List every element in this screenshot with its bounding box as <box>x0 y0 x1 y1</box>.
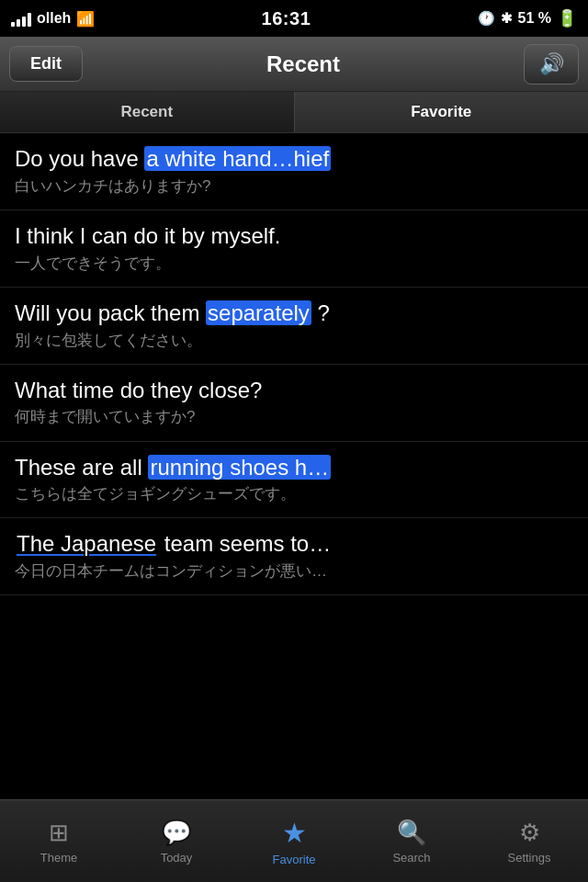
tab-search-label: Search <box>392 851 430 865</box>
list-item[interactable]: The Japanese team seems to… 今日の日本チームはコンデ… <box>0 518 588 595</box>
tab-theme[interactable]: ⊞ Theme <box>0 809 118 874</box>
phrase-english: What time do they close? <box>15 378 573 404</box>
nav-title: Recent <box>266 51 340 77</box>
chat-icon: 💬 <box>162 819 191 847</box>
phrase-japanese: 何時まで開いていますか? <box>15 407 573 427</box>
segment-favorite[interactable]: Favorite <box>295 92 589 132</box>
phrase-list: Do you have a white hand…hief 白いハンカチはありま… <box>0 133 588 798</box>
phrase-english: These are all running shoes h… <box>15 455 573 481</box>
status-time: 16:31 <box>262 8 311 29</box>
clock-icon: 🕐 <box>478 10 495 27</box>
phrase-japanese: 白いハンカチはありますか? <box>15 176 573 197</box>
nav-bar: Edit Recent 🔊 <box>0 37 588 92</box>
edit-button[interactable]: Edit <box>9 46 83 82</box>
status-left: olleh 📶 <box>11 10 95 28</box>
tab-today[interactable]: 💬 Today <box>118 809 235 874</box>
search-icon: 🔍 <box>397 819 426 847</box>
battery-icon: 🔋 <box>557 8 577 28</box>
list-item[interactable]: Do you have a white hand…hief 白いハンカチはありま… <box>0 133 588 210</box>
tab-search[interactable]: 🔍 Search <box>353 809 470 874</box>
list-item[interactable]: I think I can do it by myself. 一人でできそうです… <box>0 210 588 288</box>
list-item[interactable]: These are all running shoes h… こちらは全てジョギ… <box>0 442 588 519</box>
tab-theme-label: Theme <box>40 851 77 865</box>
bluetooth-icon: ✱ <box>501 10 513 27</box>
phrase-text-after: ? <box>311 300 330 325</box>
battery-percent: 51 % <box>518 10 551 27</box>
grid-icon: ⊞ <box>49 819 69 847</box>
phrase-japanese: こちらは全てジョギングシューズです。 <box>15 484 573 504</box>
phrase-japanese: 今日の日本チームはコンディションが悪い… <box>15 561 573 582</box>
sound-button[interactable]: 🔊 <box>524 44 579 85</box>
tab-settings-label: Settings <box>508 851 551 865</box>
phrase-english: The Japanese team seems to… <box>15 531 573 558</box>
phrase-text-before: Will you pack them <box>15 300 206 325</box>
phrase-text-before: What time do they close? <box>15 378 262 402</box>
list-item[interactable]: Will you pack them separately ? 別々に包装してく… <box>0 288 588 365</box>
phrase-japanese: 一人でできそうです。 <box>15 254 573 274</box>
phrase-text-after: team seems to… <box>158 531 331 556</box>
phrase-english: I think I can do it by myself. <box>15 223 573 250</box>
phrase-text-before: Do you have <box>15 146 144 171</box>
wifi-icon: 📶 <box>76 10 95 28</box>
signal-bars-icon <box>11 10 31 27</box>
status-bar: olleh 📶 16:31 🕐 ✱ 51 % 🔋 <box>0 0 588 37</box>
phrase-english: Do you have a white hand…hief <box>15 146 573 173</box>
phrase-highlight: The Japanese <box>15 531 158 556</box>
phrase-highlight: running shoes h… <box>148 455 331 480</box>
carrier-label: olleh <box>37 10 71 27</box>
segment-recent[interactable]: Recent <box>0 92 295 132</box>
tab-favorite-label: Favorite <box>273 853 316 866</box>
phrase-english: Will you pack them separately ? <box>15 300 573 327</box>
tab-settings[interactable]: ⚙ Settings <box>470 809 588 874</box>
phrase-highlight: a white hand…hief <box>144 146 331 171</box>
phrase-text-before: I think I can do it by myself. <box>15 223 280 248</box>
phrase-highlight: separately <box>206 300 311 325</box>
phrase-japanese: 別々に包装してください。 <box>15 331 573 351</box>
gear-icon: ⚙ <box>519 819 540 847</box>
phrase-text-before: These are all <box>15 455 148 480</box>
list-item[interactable]: What time do they close? 何時まで開いていますか? <box>0 365 588 442</box>
tab-today-label: Today <box>161 851 193 865</box>
status-right: 🕐 ✱ 51 % 🔋 <box>478 8 577 28</box>
tab-favorite[interactable]: ★ Favorite <box>235 808 353 876</box>
segment-control: Recent Favorite <box>0 92 588 133</box>
star-icon: ★ <box>282 817 307 849</box>
tab-bar: ⊞ Theme 💬 Today ★ Favorite 🔍 Search ⚙ Se… <box>0 799 588 882</box>
